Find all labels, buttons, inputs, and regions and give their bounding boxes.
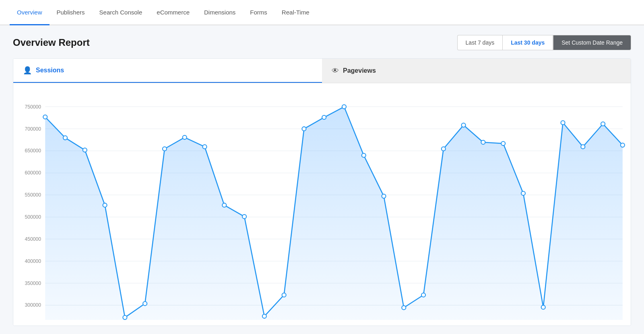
- sessions-icon: 👤: [23, 66, 32, 75]
- y-label-300k: 300000: [25, 302, 41, 308]
- data-point-22: [481, 140, 485, 144]
- nav-item-search-console[interactable]: Search Console: [92, 0, 150, 25]
- data-point-18: [402, 305, 406, 309]
- last-30-days-button[interactable]: Last 30 days: [502, 35, 553, 50]
- data-point-4: [123, 316, 127, 320]
- data-point-28: [601, 122, 605, 126]
- data-point-5: [143, 301, 147, 305]
- custom-date-range-button[interactable]: Set Custom Date Range: [553, 35, 631, 50]
- nav-item-dimensions[interactable]: Dimensions: [197, 0, 243, 25]
- data-point-19: [421, 293, 425, 297]
- y-label-400k: 400000: [25, 258, 41, 264]
- date-controls: Last 7 days Last 30 days Set Custom Date…: [457, 35, 631, 50]
- chart-area: 750000 700000 650000 600000 550000 50000…: [13, 83, 631, 326]
- chart-area-fill: [45, 107, 623, 320]
- chart-card: 👤 Sessions 👁 Pageviews 750000 700000 650…: [13, 58, 631, 326]
- last-7-days-button[interactable]: Last 7 days: [457, 35, 503, 50]
- data-point-24: [521, 191, 525, 195]
- data-point-14: [322, 115, 326, 119]
- nav-item-overview[interactable]: Overview: [10, 0, 50, 25]
- data-point-16: [362, 153, 366, 157]
- y-label-350k: 350000: [25, 281, 41, 286]
- nav-item-publishers[interactable]: Publishers: [50, 0, 92, 25]
- y-label-650k: 650000: [25, 148, 41, 154]
- y-label-600k: 600000: [25, 170, 41, 176]
- data-point-1: [63, 136, 67, 140]
- chart-tab-row: 👤 Sessions 👁 Pageviews: [13, 59, 631, 83]
- pageviews-tab-label: Pageviews: [343, 67, 376, 74]
- data-point-26: [561, 121, 565, 125]
- data-point-25: [541, 305, 545, 309]
- data-point-7: [183, 135, 187, 139]
- y-label-500k: 500000: [25, 214, 41, 220]
- tab-pageviews[interactable]: 👁 Pageviews: [322, 59, 631, 83]
- pageviews-icon: 👁: [332, 67, 339, 75]
- data-point-29: [621, 143, 625, 147]
- y-label-700k: 700000: [25, 126, 41, 132]
- y-label-750k: 750000: [25, 104, 41, 110]
- nav-item-forms[interactable]: Forms: [243, 0, 275, 25]
- data-point-12: [282, 293, 286, 297]
- data-point-20: [442, 147, 446, 151]
- data-point-10: [242, 215, 246, 219]
- data-point-27: [581, 145, 585, 149]
- data-point-6: [163, 147, 167, 151]
- data-point-0: [43, 115, 47, 119]
- data-point-13: [302, 127, 306, 131]
- sessions-tab-label: Sessions: [36, 67, 64, 74]
- line-chart: 750000 700000 650000 600000 550000 50000…: [13, 91, 627, 320]
- y-label-450k: 450000: [25, 236, 41, 242]
- data-point-3: [103, 203, 107, 207]
- page-title: Overview Report: [13, 37, 90, 48]
- data-point-21: [462, 123, 466, 127]
- data-point-8: [202, 145, 206, 149]
- data-point-11: [262, 314, 266, 318]
- data-point-23: [501, 141, 505, 145]
- tab-sessions[interactable]: 👤 Sessions: [13, 59, 322, 83]
- nav-item-real-time[interactable]: Real-Time: [275, 0, 317, 25]
- data-point-17: [382, 194, 386, 198]
- main-nav: Overview Publishers Search Console eComm…: [0, 0, 644, 25]
- data-point-2: [83, 148, 87, 152]
- header-row: Overview Report Last 7 days Last 30 days…: [13, 35, 631, 50]
- data-point-9: [222, 203, 226, 207]
- page-content: Overview Report Last 7 days Last 30 days…: [0, 25, 644, 334]
- nav-item-ecommerce[interactable]: eCommerce: [149, 0, 197, 25]
- y-label-550k: 550000: [25, 192, 41, 198]
- data-point-15: [342, 105, 346, 109]
